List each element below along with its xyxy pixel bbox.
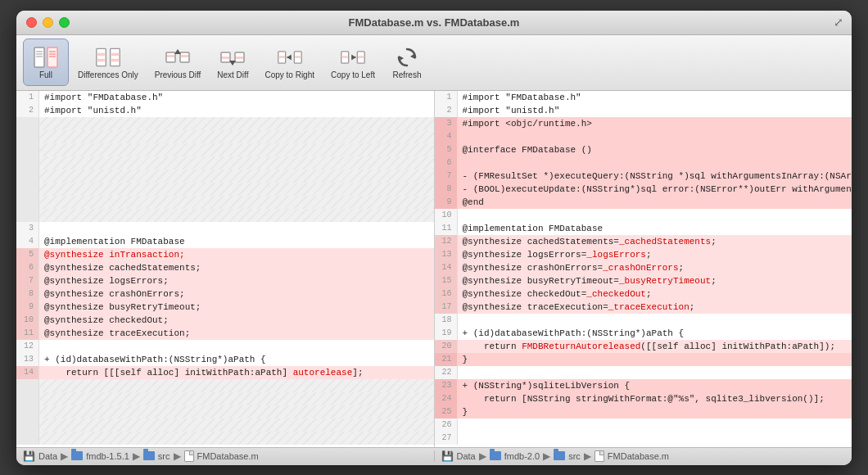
full-button[interactable]: Full: [23, 38, 69, 86]
svg-marker-37: [399, 56, 404, 61]
table-row: 10 @synthesize checkedOut;: [16, 314, 434, 327]
differences-only-button[interactable]: Differences Only: [70, 38, 146, 86]
table-row: 23 + (NSString*)sqliteLibVersion {: [435, 379, 852, 392]
svg-rect-15: [167, 55, 174, 57]
left-status: 💾 Data ▶ fmdb-1.5.1 ▶ src ▶ FMDatabase.m: [16, 450, 435, 462]
table-row: [16, 170, 434, 183]
table-row: 6: [435, 156, 852, 170]
sep3: ▶: [174, 450, 181, 462]
right-breadcrumb-folder1: fmdb-2.0: [504, 451, 540, 461]
table-row: [16, 130, 434, 143]
table-row: 7 @synthesize logsErrors;: [16, 274, 434, 287]
table-row: [16, 405, 434, 418]
left-breadcrumb-file: FMDatabase.m: [197, 451, 259, 461]
table-row: 22: [435, 366, 852, 379]
svg-rect-13: [111, 58, 119, 61]
refresh-button[interactable]: Refresh: [384, 38, 430, 86]
previous-diff-button[interactable]: Previous Diff: [147, 38, 209, 86]
table-row: 15 @synthesize busyRetryTimeout=_busyRet…: [435, 274, 852, 287]
table-row: [16, 117, 434, 130]
right-file-icon: [594, 450, 604, 462]
svg-rect-0: [34, 48, 44, 67]
next-diff-button[interactable]: Next Diff: [210, 38, 255, 86]
previous-diff-icon: [165, 46, 191, 69]
table-row: 14 @synthesize crashOnErrors=_crashOnErr…: [435, 261, 852, 274]
left-code-area[interactable]: 1 #import "FMDatabase.h" 2 #import "unis…: [16, 91, 434, 447]
left-pane: 1 #import "FMDatabase.h" 2 #import "unis…: [16, 91, 435, 447]
rsep2: ▶: [543, 450, 550, 462]
left-breadcrumb-folder1: fmdb-1.5.1: [86, 451, 129, 461]
svg-rect-33: [358, 56, 364, 58]
right-breadcrumb-file: FMDatabase.m: [608, 451, 669, 461]
main-window: FMDatabase.m vs. FMDatabase.m ⤢ Full: [16, 11, 852, 465]
sep1: ▶: [61, 450, 68, 462]
copy-to-left-label: Copy to Left: [331, 70, 375, 79]
table-row: 26: [435, 418, 852, 432]
svg-rect-31: [342, 56, 348, 58]
svg-rect-8: [97, 48, 106, 66]
right-breadcrumb-folder2: src: [568, 451, 581, 461]
table-row: 13 @synthesize logsErrors=_logsErrors;: [435, 248, 852, 261]
table-row: 6 @synthesize cachedStatements;: [16, 261, 434, 274]
table-row: 4 @implementation FMDatabase: [16, 235, 434, 248]
differences-only-icon: [95, 46, 121, 69]
right-status: 💾 Data ▶ fmdb-2.0 ▶ src ▶ FMDatabase.m: [435, 450, 852, 462]
left-file-icon: [184, 450, 194, 462]
svg-rect-20: [222, 57, 229, 59]
svg-rect-25: [278, 56, 284, 58]
window-title: FMDatabase.m vs. FMDatabase.m: [349, 16, 520, 29]
copy-to-right-icon: [277, 46, 303, 69]
svg-marker-23: [229, 61, 236, 66]
right-code-area[interactable]: 1 #import "FMDatabase.h" 2 #import "unis…: [435, 91, 852, 447]
title-bar: FMDatabase.m vs. FMDatabase.m ⤢: [16, 11, 852, 35]
copy-to-left-button[interactable]: Copy to Left: [323, 38, 382, 86]
svg-rect-4: [47, 48, 57, 67]
table-row: 24 return [NSString stringWithFormat:@"%…: [435, 392, 852, 405]
previous-diff-label: Previous Diff: [155, 70, 201, 79]
table-row: 9 @synthesize busyRetryTimeout;: [16, 301, 434, 314]
table-row: 19 + (id)databaseWithPath:(NSString*)aPa…: [435, 327, 852, 340]
maximize-button[interactable]: [59, 17, 70, 28]
toolbar: Full Differences Only: [16, 35, 852, 91]
table-row: 8 @synthesize crashOnErrors;: [16, 287, 434, 301]
rsep3: ▶: [584, 450, 591, 462]
copy-to-right-button[interactable]: Copy to Right: [257, 38, 322, 86]
table-row: 14 return [[[self alloc] initWithPath:aP…: [16, 366, 434, 379]
left-folder2-icon: [143, 451, 155, 460]
svg-rect-22: [236, 57, 243, 59]
table-row: 2 #import "unistd.h": [16, 104, 434, 117]
table-row: 21 }: [435, 353, 852, 366]
table-row: [16, 156, 434, 170]
table-row: 9 @end: [435, 196, 852, 209]
expand-button[interactable]: ⤢: [834, 16, 843, 29]
table-row: [16, 183, 434, 196]
main-panes: 1 #import "FMDatabase.h" 2 #import "unis…: [16, 91, 852, 447]
differences-only-label: Differences Only: [78, 70, 138, 79]
right-pane: 1 #import "FMDatabase.h" 2 #import "unis…: [435, 91, 852, 447]
table-row: [16, 392, 434, 405]
table-row: 25 }: [435, 405, 852, 418]
svg-rect-9: [97, 52, 106, 56]
full-label: Full: [39, 70, 52, 79]
refresh-label: Refresh: [392, 70, 421, 79]
table-row: 8 - (BOOL)executeUpdate:(NSString*)sql e…: [435, 183, 852, 196]
table-row: 12: [16, 340, 434, 353]
table-row: 20 return FMDBReturnAutoreleased([[self …: [435, 340, 852, 353]
copy-to-right-label: Copy to Right: [264, 70, 314, 79]
traffic-lights: [26, 17, 70, 28]
right-breadcrumb-drive-icon: 💾: [441, 450, 454, 462]
left-breadcrumb-drive: Data: [38, 451, 57, 461]
table-row: 4: [435, 130, 852, 143]
full-icon: [33, 46, 59, 69]
table-row: [16, 143, 434, 156]
next-diff-label: Next Diff: [217, 70, 248, 79]
svg-marker-18: [174, 49, 181, 54]
table-row: 5 @synthesize inTransaction;: [16, 248, 434, 261]
table-row: [16, 209, 434, 222]
table-row: 1 #import "FMDatabase.h": [16, 91, 434, 104]
svg-rect-11: [111, 48, 120, 66]
minimize-button[interactable]: [43, 17, 53, 28]
table-row: 13 + (id)databaseWithPath:(NSString*)aPa…: [16, 353, 434, 366]
close-button[interactable]: [26, 17, 37, 28]
right-breadcrumb-drive: Data: [457, 451, 476, 461]
